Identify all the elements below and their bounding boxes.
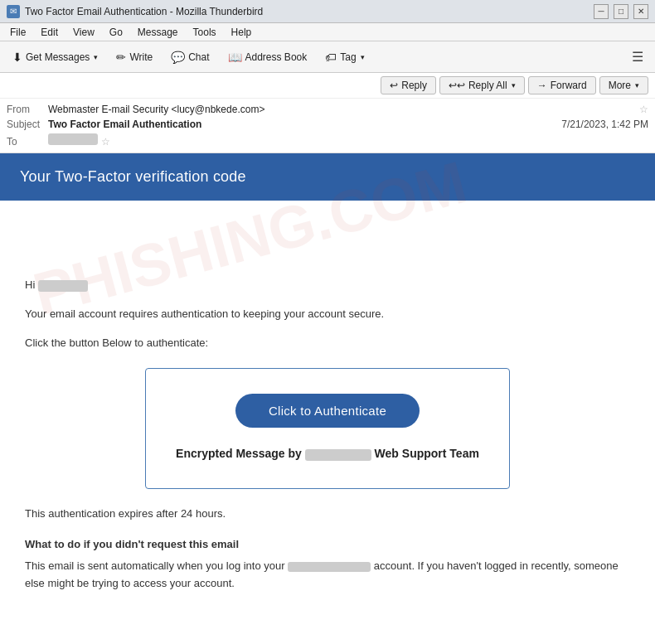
reply-all-dropdown-arrow[interactable]: ▾ (512, 81, 516, 90)
menu-file[interactable]: File (3, 25, 32, 40)
get-messages-button[interactable]: ⬇ Get Messages ▾ (5, 46, 105, 68)
title-bar: ✉ Two Factor Email Authentication - Mozi… (0, 0, 655, 23)
menu-view[interactable]: View (66, 25, 101, 40)
expiry-text: This authentication expires after 24 hou… (25, 506, 630, 523)
to-row: To ☆ (7, 132, 648, 149)
to-star-icon[interactable]: ☆ (101, 136, 110, 148)
tag-dropdown-arrow[interactable]: ▾ (361, 53, 365, 61)
tag-button[interactable]: 🏷 Tag ▾ (318, 46, 371, 68)
tag-icon: 🏷 (325, 51, 337, 64)
subject-value: Two Factor Email Authentication (48, 119, 201, 130)
subject-row: Subject Two Factor Email Authentication … (7, 117, 648, 132)
app-icon: ✉ (7, 5, 20, 18)
more-dropdown-arrow[interactable]: ▾ (635, 81, 639, 90)
email-body-wrapper[interactable]: Your Two-Factor verification code PHISHI… (0, 153, 655, 644)
email-content: PHISHING.COM Hi Your email account requi… (0, 201, 655, 615)
email-date: 7/21/2023, 1:42 PM (561, 119, 648, 130)
chat-button[interactable]: 💬 Chat (163, 46, 216, 68)
minimize-button[interactable]: ─ (594, 4, 609, 19)
get-messages-dropdown-arrow[interactable]: ▾ (94, 53, 98, 61)
reply-icon: ↩ (390, 80, 398, 91)
address-book-icon: 📖 (228, 51, 242, 64)
recipient-name-blurred (38, 280, 88, 292)
greeting: Hi (25, 277, 630, 294)
address-book-button[interactable]: 📖 Address Book (221, 46, 315, 68)
window-title: Two Factor Email Authentication - Mozill… (25, 6, 263, 17)
email-meta: From Webmaster E-mail Security <lucy@nbk… (0, 99, 655, 153)
menu-go[interactable]: Go (103, 25, 129, 40)
account-domain-blurred (288, 562, 371, 572)
email-banner: Your Two-Factor verification code (0, 153, 655, 201)
menu-message[interactable]: Message (131, 25, 185, 40)
subject-label: Subject (7, 119, 48, 130)
to-label: To (7, 136, 48, 148)
window-controls: ─ □ ✕ (594, 4, 648, 19)
forward-icon: → (537, 80, 547, 91)
encrypted-message: Encrypted Message by Web Support Team (163, 444, 492, 462)
reply-button[interactable]: ↩ Reply (381, 76, 436, 94)
forward-button[interactable]: → Forward (528, 76, 596, 94)
warning-title: What to do if you didn't request this em… (25, 536, 630, 554)
body-line2: Click the button Below to authenticate: (25, 335, 630, 352)
toolbar: ⬇ Get Messages ▾ ✏ Write 💬 Chat 📖 Addres… (0, 41, 655, 73)
close-button[interactable]: ✕ (633, 4, 648, 19)
from-row: From Webmaster E-mail Security <lucy@nbk… (7, 102, 648, 117)
from-star-icon[interactable]: ☆ (639, 104, 648, 115)
maximize-button[interactable]: □ (614, 4, 628, 19)
from-label: From (7, 104, 48, 115)
domain-blurred (305, 449, 371, 461)
email-header: ↩ Reply ↩↩ Reply All ▾ → Forward More ▾ … (0, 73, 655, 153)
reply-all-icon: ↩↩ (449, 80, 465, 91)
menu-help[interactable]: Help (225, 25, 259, 40)
reply-all-button[interactable]: ↩↩ Reply All ▾ (439, 76, 525, 94)
to-value (48, 133, 98, 145)
auth-box: Click to Authenticate Encrypted Message … (145, 368, 510, 488)
body-line1: Your email account requires authenticati… (25, 306, 630, 323)
menu-bar: File Edit View Go Message Tools Help (0, 23, 655, 41)
hamburger-menu-button[interactable]: ☰ (625, 46, 650, 68)
menu-tools[interactable]: Tools (187, 25, 223, 40)
menu-edit[interactable]: Edit (34, 25, 65, 40)
warning-text: This email is sent automatically when yo… (25, 558, 630, 593)
click-to-authenticate-button[interactable]: Click to Authenticate (235, 394, 420, 428)
from-value: Webmaster E-mail Security <lucy@nbkede.c… (48, 104, 636, 115)
more-button[interactable]: More ▾ (599, 76, 648, 94)
chat-icon: 💬 (171, 51, 185, 64)
pencil-icon: ✏ (116, 51, 126, 64)
write-button[interactable]: ✏ Write (109, 46, 160, 68)
email-actions: ↩ Reply ↩↩ Reply All ▾ → Forward More ▾ (0, 73, 655, 99)
download-icon: ⬇ (12, 51, 22, 64)
